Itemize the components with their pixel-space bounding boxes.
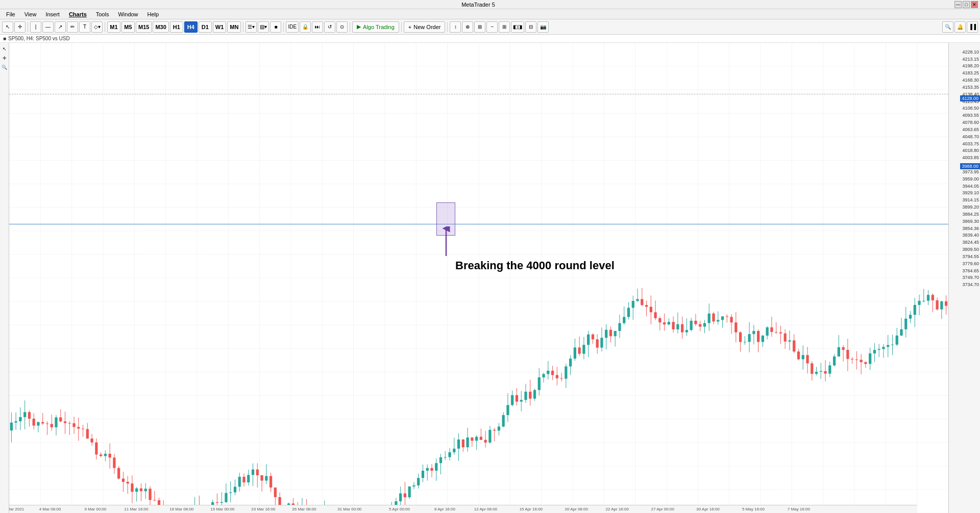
price-label: 3973.95: [962, 170, 979, 174]
tool-line-d[interactable]: ↗: [55, 21, 66, 33]
price-label: 3854.36: [962, 226, 979, 231]
time-label: 26 Mar 08:00: [292, 507, 316, 511]
chart-zoom-out[interactable]: −: [486, 21, 498, 33]
indicator-btn[interactable]: ⊙: [336, 21, 348, 33]
tool-crosshair[interactable]: ✛: [14, 21, 26, 33]
menu-tools[interactable]: Tools: [92, 10, 113, 18]
tool-line-v[interactable]: |: [30, 21, 41, 33]
tf-m30[interactable]: M30: [153, 21, 168, 33]
menu-charts[interactable]: Charts: [65, 10, 91, 18]
sep2: [105, 22, 105, 32]
time-label: 9 Mar 00:00: [85, 507, 107, 511]
algo-trading-btn[interactable]: ▶ Algo Trading: [352, 21, 399, 33]
lock-btn[interactable]: 🔒: [300, 21, 311, 33]
price-label: 4228.10: [962, 50, 979, 55]
tf-m1[interactable]: M1: [107, 21, 120, 33]
tf-h4[interactable]: H4: [184, 21, 198, 33]
price-label: 4183.25: [962, 71, 979, 75]
skip-btn[interactable]: ⏭: [312, 21, 323, 33]
bars-right-btn[interactable]: ▐▐: [967, 21, 978, 33]
sep5: [350, 22, 350, 32]
price-label: 3809.50: [962, 247, 979, 252]
minimize-button[interactable]: —: [954, 1, 962, 8]
price-label: 3749.70: [962, 275, 979, 280]
time-label: 23 Mar 16:00: [251, 507, 275, 511]
price-label: 3839.40: [962, 233, 979, 238]
tool-pen[interactable]: ✏: [67, 21, 78, 33]
menubar: File View Insert Charts Tools Window Hel…: [0, 9, 980, 19]
price-label: 4198.20: [962, 64, 979, 68]
tool-text[interactable]: T: [79, 21, 90, 33]
price-label: 4078.60: [962, 120, 979, 125]
tf-m5[interactable]: M5: [121, 21, 135, 33]
price-label: 4018.80: [962, 148, 979, 153]
window-controls: — □ ✕: [954, 1, 978, 8]
price-label: 3764.65: [962, 269, 979, 273]
price-label: 3869.30: [962, 219, 979, 224]
time-label: 16 Mar 08:00: [169, 507, 193, 511]
close-button[interactable]: ✕: [971, 1, 978, 8]
time-label: 8 Apr 16:00: [434, 507, 455, 511]
time-label: 27 Apr 00:00: [651, 507, 674, 511]
tf-w1[interactable]: W1: [213, 21, 227, 33]
zoom-in-btn[interactable]: ↕: [450, 21, 461, 33]
time-label: 19 Mar 00:00: [210, 507, 234, 511]
chart-split2[interactable]: ⊟: [525, 21, 536, 33]
tf-d1[interactable]: D1: [199, 21, 212, 33]
price-label: 3899.20: [962, 205, 979, 210]
price-label: 4168.30: [962, 78, 979, 83]
tf-mn[interactable]: MN: [227, 21, 241, 33]
menu-file[interactable]: File: [2, 10, 19, 18]
ide-btn[interactable]: IDE: [286, 21, 299, 33]
sep1: [28, 22, 28, 32]
price-label: 3734.70: [962, 283, 979, 287]
zoom-out-btn[interactable]: ⊕: [462, 21, 473, 33]
screenshot-btn[interactable]: 📷: [537, 21, 549, 33]
menu-view[interactable]: View: [20, 10, 41, 18]
chart-icon: ■: [3, 36, 6, 41]
chart-info-bar: ■ SP500, H4: SP500 vs USD: [0, 35, 980, 43]
chart-fit[interactable]: ⊞: [499, 21, 510, 33]
price-label: 3779.60: [962, 262, 979, 266]
price-label: 4153.35: [962, 85, 979, 90]
tf-h1[interactable]: H1: [170, 21, 183, 33]
price-label: 3824.45: [962, 240, 979, 245]
tf-m15[interactable]: M15: [136, 21, 152, 33]
tool-shapes[interactable]: ◇▾: [91, 21, 103, 33]
price-label: 3794.55: [962, 254, 979, 259]
time-label: 20 Apr 08:00: [565, 507, 588, 511]
lt-crosshair[interactable]: ✛: [1, 54, 9, 62]
title-text: MetaTrader 5: [2, 2, 954, 8]
time-label: 30 Apr 16:00: [696, 507, 719, 511]
chart-zoom-in[interactable]: ⊞: [474, 21, 485, 33]
menu-help[interactable]: Help: [143, 10, 163, 18]
chart-bar-btn[interactable]: ■: [270, 21, 281, 33]
price-label: 4048.70: [962, 135, 979, 139]
price-label: 4033.75: [962, 142, 979, 146]
tool-cursor[interactable]: ↖: [2, 21, 13, 33]
chart-split1[interactable]: ◧◨: [511, 21, 524, 33]
time-label: 1 Mar 2021: [9, 507, 24, 511]
chart-type-btn[interactable]: ☰▾: [246, 21, 257, 33]
price-label: 4213.15: [962, 57, 979, 62]
lt-zoom[interactable]: 🔍: [1, 63, 9, 71]
time-label: 22 Apr 16:00: [606, 507, 629, 511]
time-label: 15 Apr 16:00: [520, 507, 543, 511]
sep7: [447, 22, 448, 32]
new-order-btn[interactable]: + New Order: [404, 21, 446, 33]
chart-area[interactable]: Breaking the 4000 round level 1 Mar 2021…: [9, 43, 948, 513]
maximize-button[interactable]: □: [963, 1, 970, 8]
alert-btn[interactable]: 🔔: [954, 21, 966, 33]
tool-line-h[interactable]: —: [42, 21, 54, 33]
time-label: 4 Mar 08:00: [39, 507, 61, 511]
lt-cursor[interactable]: ↖: [1, 45, 9, 53]
price-highlight-label: 4128.00: [960, 95, 980, 101]
time-label: 7 May 16:00: [788, 507, 810, 511]
price-label: 3929.10: [962, 191, 979, 195]
menu-insert[interactable]: Insert: [41, 10, 64, 18]
menu-window[interactable]: Window: [114, 10, 142, 18]
search-btn[interactable]: 🔍: [942, 21, 953, 33]
refresh-btn[interactable]: ↺: [324, 21, 335, 33]
chart-color-btn[interactable]: ▨▾: [258, 21, 269, 33]
chart-symbol: SP500, H4: SP500 vs USD: [8, 36, 70, 41]
